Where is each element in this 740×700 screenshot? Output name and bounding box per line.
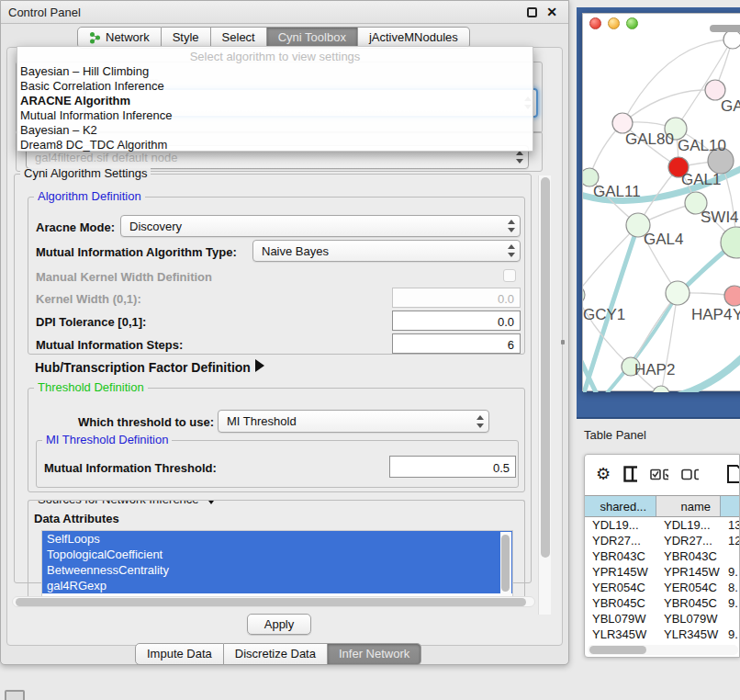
minimized-panel-icon[interactable] bbox=[5, 690, 25, 700]
export-table-icon[interactable] bbox=[726, 464, 739, 484]
collapse-arrow-icon[interactable] bbox=[206, 500, 217, 504]
settings-horizontal-scrollbar[interactable] bbox=[12, 596, 535, 607]
close-icon[interactable]: ✕ bbox=[546, 5, 557, 19]
panel-splitter-handle[interactable] bbox=[561, 340, 565, 344]
table-body: YDL19...YDL19...13YDR27...YDR27...12YBR0… bbox=[585, 518, 740, 643]
table-row[interactable]: YBL079WYBL079W bbox=[585, 612, 740, 627]
manual-kernel-checkbox[interactable] bbox=[503, 269, 516, 282]
network-edge[interactable] bbox=[622, 90, 715, 123]
table-row[interactable]: YBR045CYBR045C9. bbox=[585, 596, 740, 612]
column-header[interactable]: A bbox=[721, 496, 740, 516]
which-threshold-combo[interactable]: MI Threshold bbox=[218, 410, 489, 433]
table-cell: YPR145W bbox=[656, 565, 721, 581]
combo-arrows-icon bbox=[507, 244, 515, 257]
mi-threshold-label: Mutual Information Threshold: bbox=[44, 461, 217, 475]
gear-icon[interactable]: ⚙ bbox=[596, 464, 611, 484]
data-attributes-label: Data Attributes bbox=[34, 512, 119, 525]
dropdown-item[interactable]: Basic Correlation Inference bbox=[17, 79, 533, 94]
algorithm-definition-groupbox: Algorithm Definition Aracne Mode: Discov… bbox=[28, 197, 525, 355]
table-cell: YLR345W bbox=[656, 627, 721, 643]
control-panel-titlebar[interactable]: Control Panel ✕ bbox=[1, 1, 568, 24]
algorithm-dropdown-placeholder: Select algorithm to view settings bbox=[17, 47, 533, 64]
cyni-algorithm-settings-groupbox: Cyni Algorithm Settings Algorithm Defini… bbox=[14, 174, 532, 583]
algorithm-dropdown-items: Bayesian – Hill ClimbingBasic Correlatio… bbox=[17, 64, 533, 152]
cyni-algorithm-settings-title: Cyni Algorithm Settings bbox=[20, 168, 151, 180]
threshold-definition-groupbox: Threshold Definition Which threshold to … bbox=[28, 388, 525, 492]
apply-button[interactable]: Apply bbox=[247, 614, 311, 635]
dropdown-item[interactable]: Mutual Information Inference bbox=[17, 108, 533, 123]
attribute-list-item[interactable]: gal4RGexp bbox=[42, 578, 512, 593]
float-window-icon[interactable] bbox=[527, 7, 537, 17]
dropdown-item[interactable]: ARACNE Algorithm bbox=[17, 94, 533, 108]
table-horizontal-scrollbar[interactable] bbox=[588, 645, 738, 655]
table-row[interactable]: YPR145WYPR145W9. bbox=[585, 565, 740, 581]
list-scrollbar[interactable] bbox=[500, 532, 511, 600]
network-view-window[interactable]: GALGAL80GAL10GAL1GAL11SWI4GAL4GCY1HAP4YH… bbox=[582, 13, 740, 391]
combo-arrows-icon bbox=[507, 220, 515, 232]
which-threshold-value: MI Threshold bbox=[227, 414, 297, 428]
attribute-list-item[interactable]: SelfLoops bbox=[42, 531, 512, 547]
network-node[interactable] bbox=[583, 286, 585, 304]
minimize-traffic-light-icon[interactable] bbox=[608, 17, 620, 29]
settings-vertical-scrollbar[interactable] bbox=[538, 175, 551, 615]
table-row[interactable]: YLR345WYLR345W9. bbox=[585, 627, 740, 643]
tab-discretize-data[interactable]: Discretize Data bbox=[224, 643, 328, 665]
settings-viewport: Cyni Algorithm Settings Algorithm Defini… bbox=[10, 168, 537, 609]
attribute-list-item[interactable]: TopologicalCoefficient bbox=[42, 547, 512, 562]
expand-arrow-icon[interactable] bbox=[255, 359, 264, 372]
control-panel-window: Control Panel ✕ NetworkStyleSelectCyni T… bbox=[0, 0, 569, 665]
threshold-definition-title: Threshold Definition bbox=[34, 380, 148, 394]
split-columns-icon[interactable] bbox=[623, 466, 637, 482]
close-traffic-light-icon[interactable] bbox=[589, 17, 601, 29]
column-header[interactable]: shared... bbox=[585, 496, 656, 516]
table-row[interactable]: YDL19...YDL19...13 bbox=[585, 518, 740, 534]
tab-impute-data[interactable]: Impute Data bbox=[135, 643, 224, 665]
data-attributes-list[interactable]: SelfLoopsTopologicalCoefficientBetweenne… bbox=[41, 530, 513, 601]
dropdown-item[interactable]: Bayesian – Hill Climbing bbox=[17, 64, 533, 79]
column-header[interactable]: name bbox=[656, 496, 721, 516]
mi-type-label: Mutual Information Algorithm Type: bbox=[36, 245, 237, 259]
table-row[interactable]: YBR043CYBR043C bbox=[585, 549, 740, 565]
mi-steps-field[interactable] bbox=[392, 333, 521, 354]
table-cell: YBR045C bbox=[656, 596, 721, 612]
kernel-width-field[interactable] bbox=[392, 288, 521, 308]
table-row[interactable]: YDR27...YDR27...12 bbox=[585, 534, 740, 549]
dpi-tolerance-field[interactable] bbox=[392, 310, 521, 331]
network-node[interactable] bbox=[724, 286, 740, 306]
table-cell: YBR043C bbox=[656, 549, 721, 565]
network-edge[interactable] bbox=[583, 225, 638, 295]
tab-label: Cyni Toolbox bbox=[278, 30, 346, 44]
mi-algorithm-type-combo[interactable]: Naive Bayes bbox=[252, 240, 521, 262]
network-desktop: GALGAL80GAL10GAL1GAL11SWI4GAL4GCY1HAP4YH… bbox=[577, 7, 740, 419]
control-panel-title: Control Panel bbox=[8, 6, 81, 19]
dropdown-item[interactable]: Dream8 DC_TDC Algorithm bbox=[17, 138, 533, 152]
table-cell bbox=[721, 549, 740, 565]
select-all-checkboxes-icon[interactable] bbox=[650, 469, 668, 480]
deselect-checkboxes-icon[interactable] bbox=[681, 469, 700, 480]
combo-arrows-icon bbox=[515, 151, 523, 164]
aracne-mode-combo[interactable]: Discovery bbox=[120, 215, 521, 237]
network-node[interactable] bbox=[653, 386, 669, 392]
scrollbar-nub[interactable] bbox=[710, 25, 740, 32]
network-node-label: GAL80 bbox=[625, 130, 674, 148]
network-node-label: SWI4 bbox=[701, 209, 739, 226]
dropdown-item[interactable]: Bayesian – K2 bbox=[17, 123, 533, 138]
attribute-list-item[interactable]: BetweennessCentrality bbox=[42, 562, 512, 578]
network-graph[interactable]: GALGAL80GAL10GAL1GAL11SWI4GAL4GCY1HAP4YH… bbox=[583, 32, 740, 392]
table-row[interactable]: YER054CYER054C8. bbox=[585, 581, 740, 596]
network-node-label: Y bbox=[733, 306, 740, 323]
tab-label: Infer Network bbox=[339, 647, 409, 660]
tab-infer-network[interactable]: Infer Network bbox=[328, 643, 421, 665]
zoom-traffic-light-icon[interactable] bbox=[626, 17, 638, 29]
table-cell: 9. bbox=[721, 627, 740, 643]
cyni-bottom-tab-bar: Impute DataDiscretize DataInfer Network bbox=[135, 643, 421, 665]
table-cell: 9. bbox=[721, 565, 740, 581]
network-node[interactable] bbox=[723, 32, 740, 49]
table-cell: 8. bbox=[721, 581, 740, 596]
combo-arrows-icon bbox=[476, 415, 484, 428]
network-icon bbox=[89, 31, 101, 44]
network-node[interactable] bbox=[666, 281, 690, 305]
manual-kernel-label: Manual Kernel Width Definition bbox=[36, 270, 212, 284]
hub-definition-label[interactable]: Hub/Transcription Factor Definition bbox=[35, 360, 251, 375]
mi-threshold-field[interactable] bbox=[389, 456, 516, 478]
